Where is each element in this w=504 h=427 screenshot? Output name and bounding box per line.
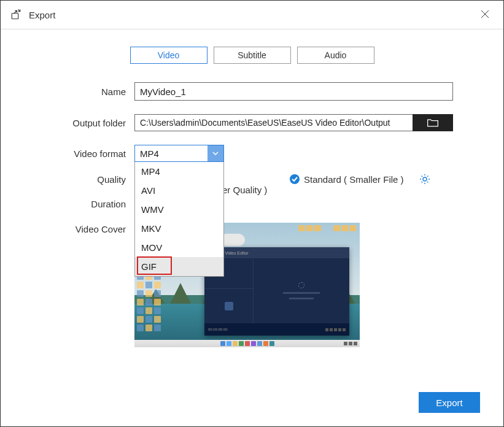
tab-video[interactable]: Video [130,47,207,64]
tab-audio[interactable]: Audio [297,47,374,64]
video-cover-label: Video Cover [24,223,134,234]
window-title: Export [29,10,55,20]
chevron-down-icon [207,145,223,161]
export-icon [10,9,21,20]
tab-subtitle[interactable]: Subtitle [214,47,291,64]
format-option-wmv[interactable]: WMV [135,200,223,219]
svg-rect-0 [12,13,18,19]
quality-hq-partial-text: er Quality ) [222,185,267,195]
output-folder-label: Output folder [24,118,134,128]
svg-point-1 [290,174,300,184]
tab-label: Audio [325,50,347,60]
radio-checked-icon [289,174,300,185]
video-format-select[interactable]: MP4 MP4 AVI WMV MKV MOV GIF [134,145,224,162]
app-window-preview: EaseUS Video Editor 00:00:00:00 [204,247,349,336]
divider [1,29,503,29]
output-folder-input[interactable] [134,114,413,131]
quality-settings-button[interactable] [419,173,431,185]
quality-label: Quality [24,174,134,185]
tab-label: Video [158,50,180,60]
format-option-mov[interactable]: MOV [135,238,223,257]
tab-label: Subtitle [238,50,266,60]
export-button[interactable]: Export [419,392,480,413]
quality-standard-label: Standard ( Smaller File ) [304,174,404,185]
quality-standard-option[interactable]: Standard ( Smaller File ) [289,174,404,185]
format-option-mp4[interactable]: MP4 [135,162,223,181]
duration-label: Duration [24,199,134,209]
browse-folder-button[interactable] [413,114,453,131]
format-option-gif[interactable]: GIF [135,257,223,276]
name-input[interactable] [134,82,453,101]
format-dropdown: MP4 AVI WMV MKV MOV GIF [134,162,224,277]
format-option-mkv[interactable]: MKV [135,219,223,238]
format-selected-value: MP4 [140,148,159,159]
close-button[interactable] [478,7,492,21]
format-option-avi[interactable]: AVI [135,181,223,200]
video-format-label: Video format [24,148,134,159]
svg-point-2 [423,177,427,181]
name-label: Name [24,87,134,97]
